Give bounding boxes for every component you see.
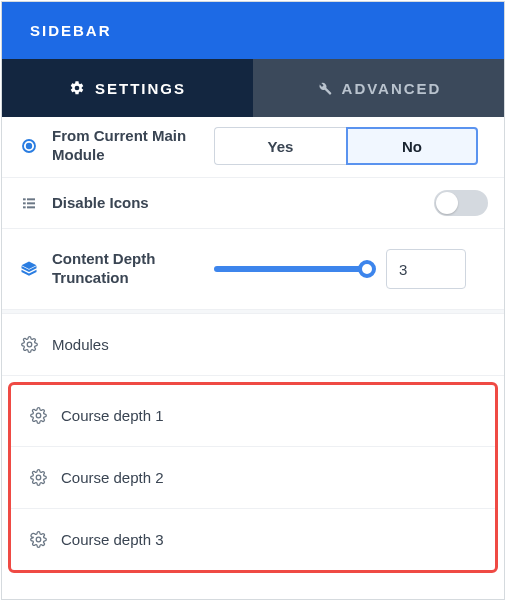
wrench-icon: [316, 80, 332, 96]
gear-icon: [69, 80, 85, 96]
svg-point-11: [36, 537, 41, 542]
course-depth-item[interactable]: Course depth 1: [11, 385, 495, 447]
svg-rect-4: [23, 202, 26, 204]
yes-button[interactable]: Yes: [214, 127, 346, 165]
svg-rect-3: [27, 198, 35, 200]
svg-point-8: [27, 342, 32, 347]
tab-advanced[interactable]: ADVANCED: [253, 59, 504, 117]
panel-header: SIDEBAR: [2, 2, 504, 59]
tab-bar: SETTINGS ADVANCED: [2, 59, 504, 117]
svg-rect-5: [27, 202, 35, 204]
svg-point-1: [27, 144, 32, 149]
course-depth-label: Course depth 2: [61, 469, 164, 486]
option-label: Content Depth Truncation: [52, 250, 202, 288]
gear-outline-icon: [18, 336, 40, 353]
svg-point-9: [36, 413, 41, 418]
slider-thumb[interactable]: [358, 260, 376, 278]
svg-rect-2: [23, 198, 26, 200]
gear-outline-icon: [27, 407, 49, 424]
course-depth-item[interactable]: Course depth 3: [11, 509, 495, 570]
modules-label: Modules: [52, 336, 109, 353]
option-label: Disable Icons: [52, 194, 422, 213]
option-label: From Current Main Module: [52, 127, 202, 165]
svg-rect-6: [23, 206, 26, 208]
list-icon: [18, 195, 40, 211]
tab-settings-label: SETTINGS: [95, 80, 186, 97]
tab-settings[interactable]: SETTINGS: [2, 59, 253, 117]
course-depth-item[interactable]: Course depth 2: [11, 447, 495, 509]
depth-input[interactable]: [386, 249, 466, 289]
sidebar-panel: SIDEBAR SETTINGS ADVANCED From Current M…: [1, 1, 505, 600]
option-from-current-main-module: From Current Main Module Yes No: [2, 117, 504, 178]
svg-point-10: [36, 475, 41, 480]
layers-icon: [18, 260, 40, 278]
tab-advanced-label: ADVANCED: [342, 80, 442, 97]
svg-rect-7: [27, 206, 35, 208]
slider-track: [214, 266, 374, 272]
toggle-knob: [436, 192, 458, 214]
modules-item[interactable]: Modules: [2, 314, 504, 376]
course-depth-label: Course depth 3: [61, 531, 164, 548]
no-button[interactable]: No: [346, 127, 478, 165]
course-depth-label: Course depth 1: [61, 407, 164, 424]
option-content-depth-truncation: Content Depth Truncation: [2, 229, 504, 310]
disable-icons-toggle[interactable]: [434, 190, 488, 216]
panel-title: SIDEBAR: [30, 22, 112, 39]
settings-content: From Current Main Module Yes No Disable …: [2, 117, 504, 573]
highlight-box: Course depth 1 Course depth 2 Course dep…: [8, 382, 498, 573]
yes-no-control: Yes No: [214, 127, 478, 165]
gear-outline-icon: [27, 531, 49, 548]
gear-outline-icon: [27, 469, 49, 486]
target-icon: [18, 137, 40, 155]
depth-slider[interactable]: [214, 259, 374, 279]
option-disable-icons: Disable Icons: [2, 178, 504, 229]
